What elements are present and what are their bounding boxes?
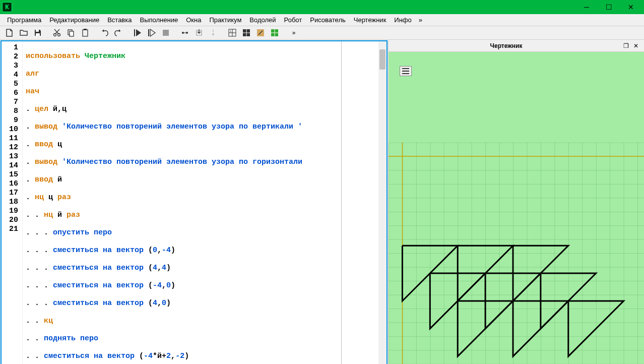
grid-icon[interactable] — [240, 26, 253, 39]
copy-icon[interactable] — [65, 26, 78, 39]
cut-icon[interactable] — [50, 26, 63, 39]
svg-rect-1 — [36, 33, 40, 36]
minimize-button[interactable]: ─ — [575, 0, 598, 14]
menu-program[interactable]: Программа — [3, 14, 45, 26]
svg-text:1: 1 — [230, 30, 231, 33]
toolbar: 1 » — [0, 26, 644, 40]
drafter-drawing — [389, 52, 644, 364]
svg-point-2 — [54, 34, 56, 36]
run-icon[interactable] — [131, 26, 144, 39]
svg-rect-20 — [389, 143, 644, 364]
menu-edit[interactable]: Редактирование — [45, 14, 103, 26]
svg-rect-0 — [36, 30, 39, 32]
svg-rect-10 — [163, 30, 169, 36]
window-controls: ─ ☐ ✕ — [575, 0, 642, 14]
redo-icon[interactable] — [112, 26, 125, 39]
line-gutter: 12345678910 1112131415161718192021 — [2, 41, 23, 364]
green-grid-icon[interactable] — [268, 26, 281, 39]
svg-point-13 — [212, 33, 214, 35]
svg-point-12 — [186, 32, 188, 34]
editor-margin-line — [341, 41, 342, 364]
menu-run[interactable]: Выполнение — [136, 14, 182, 26]
menu-practice[interactable]: Практикум — [205, 14, 245, 26]
open-file-icon[interactable] — [17, 26, 30, 39]
menu-robot[interactable]: Робот — [280, 14, 306, 26]
stop-icon[interactable] — [159, 26, 172, 39]
drafter-canvas[interactable] — [389, 52, 644, 364]
paste-icon[interactable] — [79, 26, 92, 39]
svg-rect-7 — [84, 29, 87, 30]
svg-rect-6 — [83, 30, 88, 36]
svg-rect-8 — [134, 29, 135, 36]
svg-point-11 — [182, 32, 184, 34]
window-titlebar: К ─ ☐ ✕ — [0, 0, 644, 14]
menu-painter[interactable]: Рисователь — [306, 14, 349, 26]
debug-into-icon[interactable] — [192, 26, 206, 39]
left-panel: 12345678910 1112131415161718192021 испол… — [0, 40, 388, 364]
step-icon[interactable] — [145, 26, 158, 39]
drafter-titlebar: Чертежник ❐ ✕ — [389, 40, 644, 52]
menu-bar: Программа Редактирование Вставка Выполне… — [0, 14, 644, 26]
grid-numbers-icon[interactable]: 1 — [226, 26, 239, 39]
main-area: 12345678910 1112131415161718192021 испол… — [0, 40, 644, 364]
drafter-panel: Чертежник ❐ ✕ — [388, 40, 644, 364]
debug-step-icon[interactable] — [178, 26, 191, 39]
menu-overflow[interactable]: » — [416, 14, 425, 26]
menu-windows[interactable]: Окна — [182, 14, 205, 26]
svg-point-3 — [58, 34, 60, 36]
drawing-tool-icon[interactable] — [254, 26, 267, 39]
editor-vertical-scrollbar[interactable] — [378, 41, 387, 364]
menu-insert[interactable]: Вставка — [103, 14, 136, 26]
close-button[interactable]: ✕ — [620, 0, 642, 14]
menu-info[interactable]: Инфо — [390, 14, 415, 26]
code-editor[interactable]: 12345678910 1112131415161718192021 испол… — [1, 40, 388, 364]
menu-vodoley[interactable]: Водолей — [245, 14, 280, 26]
drafter-menu-icon[interactable] — [400, 66, 412, 76]
code-text[interactable]: использовать Чертежник алг нач . цел й,ц… — [23, 41, 387, 364]
maximize-button[interactable]: ☐ — [598, 0, 620, 14]
undo-icon[interactable] — [98, 26, 111, 39]
drafter-title: Чертежник — [392, 42, 621, 49]
debug-out-icon[interactable] — [207, 26, 220, 39]
new-file-icon[interactable] — [3, 26, 16, 39]
drafter-close-icon[interactable]: ✕ — [631, 41, 641, 51]
app-icon: К — [2, 2, 12, 12]
svg-rect-5 — [70, 31, 74, 36]
menu-drafter[interactable]: Чертежник — [350, 14, 391, 26]
toolbar-overflow[interactable]: » — [287, 26, 300, 39]
drafter-restore-icon[interactable]: ❐ — [621, 41, 631, 51]
svg-rect-9 — [148, 29, 149, 36]
save-file-icon[interactable] — [31, 26, 44, 39]
